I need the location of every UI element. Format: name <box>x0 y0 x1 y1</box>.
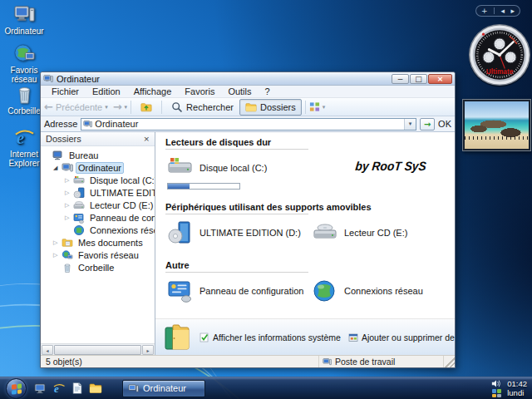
tree-item-ultimate-edition-d[interactable]: ▷ ULTIMATE EDITION (D:) <box>41 186 155 199</box>
tree-item-disque-local-c[interactable]: ▷ Disque local (C:) <box>41 174 155 186</box>
link-ajouter-supprimer-programmes[interactable]: Ajouter ou supprimer des programmes <box>348 332 455 342</box>
address-combo[interactable]: Ordinateur ▾ <box>81 118 416 131</box>
windows-flag-icon <box>12 383 22 394</box>
internet-explorer-launch-icon[interactable]: e <box>52 382 66 395</box>
expander-closed-icon[interactable]: ▷ <box>65 202 73 209</box>
status-location: Poste de travail <box>319 356 444 367</box>
horizontal-scrollbar[interactable]: ◂ ▸ <box>41 343 155 355</box>
taskbar-clock[interactable]: 01:42 lundi <box>507 379 527 397</box>
tile-label: Panneau de configuration <box>200 286 303 296</box>
folder-icon <box>245 101 257 113</box>
views-button[interactable]: ▾ <box>309 101 326 112</box>
views-grid-icon <box>309 101 320 112</box>
minimize-button[interactable]: − <box>392 74 409 84</box>
toolbar-separator <box>305 101 306 114</box>
clock-day: lundi <box>507 388 527 397</box>
search-label: Rechercher <box>186 102 234 112</box>
folders-panel-title: Dossiers <box>46 134 81 144</box>
taskbar-button-ordinateur[interactable]: Ordinateur <box>122 380 205 397</box>
back-dropdown-icon[interactable]: ▾ <box>105 104 108 111</box>
tile-label: Connexions réseau <box>344 286 423 296</box>
beach-photo <box>465 101 529 149</box>
close-button[interactable]: × <box>428 74 452 84</box>
expander-closed-icon[interactable]: ▷ <box>53 252 62 259</box>
menu-outils[interactable]: Outils <box>221 86 258 96</box>
expander-closed-icon[interactable]: ▷ <box>65 214 73 221</box>
folders-button[interactable]: Dossiers <box>239 99 302 116</box>
control-panel-icon <box>167 278 194 303</box>
clock-gadget[interactable]: Ultimate <box>467 22 532 87</box>
expander-closed-icon[interactable]: ▷ <box>65 190 73 196</box>
add-gadget-button[interactable]: + <box>481 6 488 16</box>
next-gadget-button[interactable]: ▸ <box>510 6 515 16</box>
resize-grip[interactable] <box>444 356 455 367</box>
menu-fichier[interactable]: Fichier <box>45 86 86 96</box>
sidebar-gadget-controls[interactable]: + ◂ ▸ <box>475 5 520 17</box>
tree-item-connexions-reseau[interactable]: Connexions réseau <box>41 224 155 236</box>
desktop-icon-ordinateur[interactable]: Ordinateur <box>0 3 48 36</box>
toolbar-separator <box>161 101 162 114</box>
scroll-left-button[interactable]: ◂ <box>42 345 53 355</box>
system-folder-icon <box>162 323 192 352</box>
tree-item-ordinateur[interactable]: ◢ Ordinateur <box>41 161 155 174</box>
tray-display-icon[interactable] <box>492 389 501 397</box>
explorer-folder-launch-icon[interactable] <box>89 382 102 395</box>
tree-item-corbeille[interactable]: Corbeille <box>41 261 155 273</box>
maximize-button[interactable]: □ <box>410 74 427 84</box>
photo-gadget[interactable] <box>462 99 531 151</box>
desktop-icon-label: Ordinateur <box>0 27 48 36</box>
address-dropdown-icon[interactable]: ▾ <box>404 119 416 130</box>
taskbar: e Ordinateur 01:42 lundi <box>0 377 532 399</box>
expander-closed-icon[interactable]: ▷ <box>65 177 73 184</box>
network-places-small-icon <box>62 249 73 261</box>
group-title-supports-amovibles: Périphériques utilisant des supports amo… <box>155 192 455 214</box>
scrollbar-thumb[interactable] <box>54 345 141 355</box>
tile-label: Disque local (C:) <box>200 163 267 173</box>
globe-icon <box>312 278 338 303</box>
notepad-launch-icon[interactable] <box>71 382 84 395</box>
system-tasks-band: Afficher les informations système Ajoute… <box>155 318 455 355</box>
prev-gadget-button[interactable]: ◂ <box>500 6 505 16</box>
forward-button[interactable]: → ▾ <box>113 101 127 113</box>
back-label: Précédente <box>56 102 102 112</box>
expander-closed-icon[interactable]: ▷ <box>53 239 62 246</box>
hard-drive-icon <box>167 155 194 180</box>
tile-disque-local-c[interactable]: Disque local (C:) <box>165 150 310 192</box>
tree-item-panneau-de-configuration[interactable]: ▷ Panneau de configuration <box>41 211 155 224</box>
volume-icon[interactable] <box>491 379 501 388</box>
scroll-right-button[interactable]: ▸ <box>142 345 154 355</box>
cd-drive-small-icon <box>73 200 85 211</box>
network-globe-icon <box>0 42 48 65</box>
menu-favoris[interactable]: Favoris <box>178 86 221 96</box>
tree-item-favoris-reseau[interactable]: ▷ Favoris réseau <box>41 249 155 261</box>
show-desktop-icon[interactable] <box>34 382 47 395</box>
menu-edition[interactable]: Edition <box>86 86 127 96</box>
tile-label: ULTIMATE EDITION (D:) <box>200 228 301 238</box>
tile-connexions-reseau[interactable]: Connexions réseau <box>310 273 455 308</box>
folders-panel: Dossiers × Bureau ◢ Ordinateur ▷ Dis <box>41 132 155 355</box>
computer-small-icon <box>62 162 73 174</box>
expander-open-icon[interactable]: ◢ <box>53 165 62 171</box>
tile-ultimate-edition-d[interactable]: ULTIMATE EDITION (D:) <box>165 214 310 250</box>
forward-dropdown-icon[interactable]: ▾ <box>125 104 128 111</box>
start-button[interactable] <box>6 378 27 399</box>
search-icon <box>171 101 183 113</box>
go-button[interactable]: → <box>420 118 435 131</box>
tree-item-bureau[interactable]: Bureau <box>41 149 155 161</box>
views-dropdown-icon[interactable]: ▾ <box>323 104 326 111</box>
folders-panel-header: Dossiers × <box>41 132 155 146</box>
folder-up-button[interactable] <box>135 99 158 116</box>
title-bar[interactable]: Ordinateur − □ × <box>41 72 455 86</box>
link-afficher-informations-systeme[interactable]: Afficher les informations système <box>200 332 341 342</box>
back-button[interactable]: ← Précédente ▾ <box>44 101 108 113</box>
tree-item-lecteur-cd-e[interactable]: ▷ Lecteur CD (E:) <box>41 199 155 211</box>
dvd-box-icon <box>167 220 194 245</box>
search-button[interactable]: Rechercher <box>165 99 239 116</box>
close-panel-icon[interactable]: × <box>143 135 150 143</box>
tree-item-mes-documents[interactable]: ▷ Mes documents <box>41 236 155 249</box>
menu-aide[interactable]: ? <box>259 86 277 96</box>
add-remove-programs-icon <box>348 332 358 342</box>
tile-panneau-de-configuration[interactable]: Panneau de configuration <box>165 273 310 308</box>
tile-lecteur-cd-e[interactable]: Lecteur CD (E:) <box>310 214 455 250</box>
menu-affichage[interactable]: Affichage <box>127 86 179 96</box>
